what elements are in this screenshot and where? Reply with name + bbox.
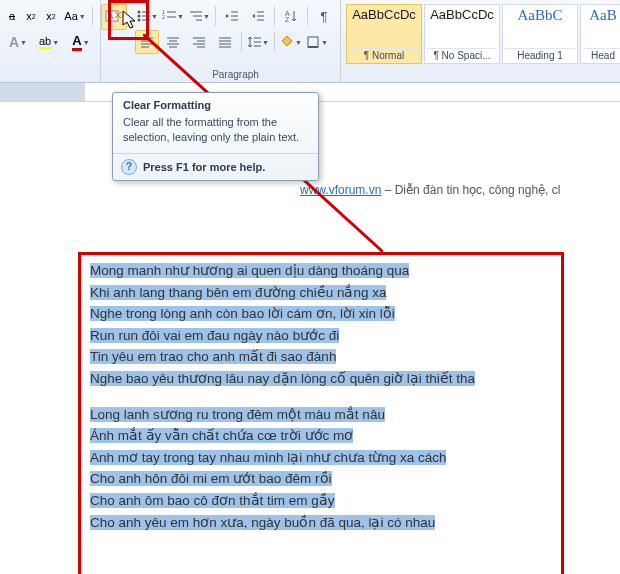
justify-button[interactable] [213,30,237,54]
svg-text:2: 2 [162,14,165,20]
font-group-label [4,79,96,82]
change-case-button[interactable]: Aa▼ [62,4,88,28]
font-color-button[interactable]: A▼ [66,30,96,54]
svg-text:Z: Z [285,16,290,23]
svg-point-3 [138,15,141,18]
align-right-button[interactable] [187,30,211,54]
text-line[interactable]: Nghe bao yêu thương lâu nay dặn lòng cố … [90,371,475,386]
text-line[interactable]: Cho anh ôm bao cô đơn thắt tim em gầy [90,493,335,508]
multilevel-button[interactable]: ▼ [187,4,211,28]
vforum-link[interactable]: www.vforum.vn [300,183,381,197]
numbering-button[interactable]: 12▼ [161,4,185,28]
shading-button[interactable]: ▼ [279,30,303,54]
svg-text:A: A [108,12,114,21]
increase-indent-button[interactable] [246,4,270,28]
svg-point-4 [138,19,141,22]
line-spacing-button[interactable]: ▼ [246,30,270,54]
subscript-button[interactable]: x2 [22,4,40,28]
ribbon: a x2 x2 Aa▼ A▼ ab▼ A▼ A ▼ 12▼ [0,0,620,83]
clear-fmt-cell: A [101,0,131,82]
borders-button[interactable]: ▼ [305,30,329,54]
text-line[interactable]: Anh mơ tay trong tay nhau mình lại như c… [90,450,446,465]
text-effects-button[interactable]: A▼ [4,30,32,54]
superscript-button[interactable]: x2 [42,4,60,28]
bullets-button[interactable]: ▼ [135,4,159,28]
sort-button[interactable]: AZ [279,4,303,28]
text-line[interactable]: Nghe trong lòng anh còn bao lời cám ơn, … [90,306,395,321]
styles-group: AaBbCcDc ¶ Normal AaBbCcDc ¶ No Spaci...… [341,0,620,82]
clear-formatting-tooltip: Clear Formatting Clear all the formattin… [112,92,319,181]
highlight-button[interactable]: ab▼ [34,30,64,54]
show-marks-button[interactable]: ¶ [312,4,336,28]
style-normal[interactable]: AaBbCcDc ¶ Normal [346,4,422,64]
tooltip-title: Clear Formatting [113,93,318,113]
tooltip-body: Clear all the formatting from the select… [113,113,318,153]
clear-formatting-button[interactable]: A [101,4,127,30]
footer-link-line: www.vforum.vn – Diễn đàn tin học, công n… [300,183,560,197]
style-no-spacing[interactable]: AaBbCcDc ¶ No Spaci... [424,4,500,64]
text-line[interactable]: Cho anh hôn đôi mi em ướt bao đêm rồi [90,471,332,486]
text-line[interactable]: Khi anh lang thang bên em đường chiều nắ… [90,285,386,300]
text-line[interactable]: Long lanh sương ru trong đêm một màu mắt… [90,407,385,422]
decrease-indent-button[interactable] [220,4,244,28]
tooltip-footer: ? Press F1 for more help. [113,153,318,180]
align-center-button[interactable] [161,30,185,54]
paragraph-group-label: Paragraph [135,68,336,82]
text-line[interactable]: Cho anh yêu em hơn xưa, ngày buồn đã qua… [90,515,435,530]
font-group: a x2 x2 Aa▼ A▼ ab▼ A▼ [0,0,101,82]
svg-rect-42 [308,37,318,47]
align-left-button[interactable] [135,30,159,54]
text-line[interactable]: Mong manh như hương ai quen dịu dàng tho… [90,263,409,278]
strike-button[interactable]: a [4,4,20,28]
help-icon: ? [121,159,137,175]
text-line[interactable]: Ánh mắt ấy vẫn chất chứa cœ trời ước mơ [90,428,353,443]
style-heading2[interactable]: AaB Head [580,4,620,64]
text-line[interactable]: Run run đôi vai em đau ngày nào bước đi [90,328,339,343]
paragraph-group: ▼ 12▼ ▼ AZ ¶ ▼ ▼ ▼ Paragraph [131,0,341,82]
text-line[interactable]: Tin yêu em trao cho anh mất đi sao đành [90,349,336,364]
style-heading1[interactable]: AaBbC Heading 1 [502,4,578,64]
svg-point-2 [138,11,141,14]
document-body[interactable]: Mong manh như hương ai quen dịu dàng tho… [90,260,580,533]
